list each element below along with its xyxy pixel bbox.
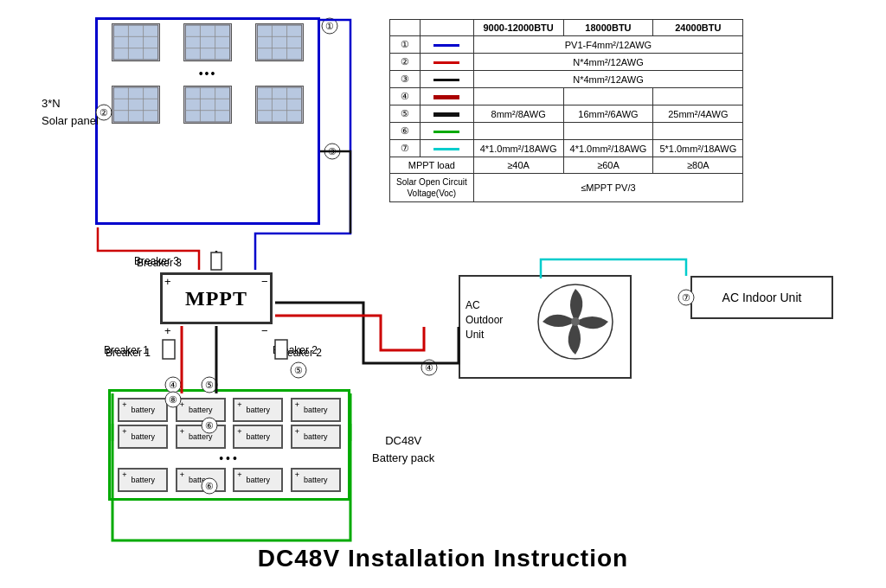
row4-num: ④ (390, 88, 421, 105)
battery-cell-11: battery (233, 468, 283, 492)
row5-18k: 16mm²/6AWG (563, 105, 653, 123)
svg-text:③: ③ (328, 146, 337, 157)
row7-9k: 4*1.0mm²/18AWG (473, 140, 563, 157)
mppt-load-9k: ≥40A (473, 157, 563, 174)
row4-9k (473, 88, 563, 105)
row4-24k (653, 88, 743, 105)
row5-9k: 8mm²/8AWG (473, 105, 563, 123)
solar-panel-3 (255, 23, 304, 61)
svg-point-32 (322, 18, 337, 34)
row6-24k (653, 123, 743, 140)
fan-graphic (536, 283, 614, 361)
row2-wire (420, 54, 473, 71)
mppt-label: MPPT (185, 287, 247, 310)
battery-cell-8: battery (291, 425, 341, 449)
mppt-plus: + (164, 275, 171, 288)
mppt-minus: − (261, 275, 268, 288)
table-header-wire (420, 20, 473, 36)
row7-wire (420, 140, 473, 157)
svg-rect-20 (185, 87, 230, 122)
voc-val: ≤MPPT PV/3 (473, 174, 743, 202)
battery-cell-12: battery (291, 468, 341, 492)
battery-cell-10: battery (176, 468, 226, 492)
row7-24k: 5*1.0mm²/18AWG (653, 140, 743, 157)
battery-cell-7: battery (233, 425, 283, 449)
battery-cell-9: battery (118, 468, 168, 492)
page: { "title": "DC48V Installation Instructi… (0, 0, 886, 588)
svg-point-42 (421, 360, 437, 375)
battery-cell-4: battery (291, 398, 341, 422)
row6-num: ⑥ (390, 123, 421, 140)
solar-panel-label: 3*N Solar panel (42, 95, 99, 129)
svg-rect-15 (113, 87, 158, 122)
row4-wire (420, 88, 473, 105)
ac-indoor-box: AC Indoor Unit (690, 276, 833, 319)
row7-num: ⑦ (390, 140, 421, 157)
row2-num: ② (390, 54, 421, 71)
battery-cell-6: battery (176, 425, 226, 449)
voc-label: Solar Open CircuitVoltage(Voc) (390, 174, 474, 202)
row5-num: ⑤ (390, 105, 421, 123)
mppt-load-18k: ≥60A (563, 157, 653, 174)
table-header-9k: 9000-12000BTU (473, 20, 563, 36)
svg-rect-5 (185, 25, 230, 60)
row1-val: PV1-F4mm²/12AWG (473, 36, 743, 54)
row6-9k (473, 123, 563, 140)
solar-array: ••• (95, 17, 320, 225)
battery-row-2: battery battery battery battery (114, 425, 344, 449)
solar-panel-row-1 (98, 20, 318, 65)
solar-panel-1 (112, 23, 160, 61)
svg-text:⑤: ⑤ (294, 365, 303, 375)
row3-wire (420, 71, 473, 88)
ac-outdoor-label: AC Outdoor Unit (465, 298, 503, 342)
battery-cell-3: battery (233, 398, 283, 422)
svg-text:④: ④ (425, 362, 433, 373)
battery-cell-5: battery (118, 425, 168, 449)
mppt-box: MPPT (160, 272, 273, 324)
row6-18k (563, 123, 653, 140)
svg-point-31 (571, 317, 580, 326)
row4-18k (563, 88, 653, 105)
spec-table: 9000-12000BTU 18000BTU 24000BTU ① PV1-F4… (389, 19, 743, 202)
row5-wire (420, 105, 473, 123)
svg-rect-59 (163, 340, 175, 359)
mppt-load-24k: ≥80A (653, 157, 743, 174)
row1-wire (420, 36, 473, 54)
solar-panel-row-2 (98, 82, 318, 127)
svg-point-36 (324, 144, 340, 159)
svg-text:⑦: ⑦ (682, 292, 690, 303)
ac-indoor-label: AC Indoor Unit (722, 291, 802, 304)
battery-cell-1: battery (118, 398, 168, 422)
table-header-num (390, 20, 421, 36)
svg-rect-58 (211, 252, 222, 270)
battery-cell-2: battery (176, 398, 226, 422)
battery-row-1: battery battery battery battery (114, 398, 344, 422)
mppt-minus2: − (261, 324, 268, 337)
row3-num: ③ (390, 71, 421, 88)
row3-val: N*4mm²/12AWG (473, 71, 743, 88)
battery-pack: battery battery battery battery battery … (108, 389, 350, 501)
row1-num: ① (390, 36, 421, 54)
breaker1-label: Breaker 1 (104, 344, 149, 356)
table-header-18k: 18000BTU (563, 20, 653, 36)
solar-panel-2 (183, 23, 232, 61)
breaker3-label: Breaker 3 (134, 255, 179, 267)
svg-point-44 (291, 362, 306, 378)
main-title: DC48V Installation Instruction (0, 545, 886, 572)
battery-row-3: battery battery battery battery (114, 468, 344, 492)
svg-text:①: ① (325, 21, 334, 31)
row2-val: N*4mm²/12AWG (473, 54, 743, 71)
svg-rect-10 (258, 25, 303, 60)
solar-panel-5 (183, 86, 232, 124)
row7-18k: 4*1.0mm²/18AWG (563, 140, 653, 157)
battery-pack-label: DC48V Battery pack (372, 432, 434, 466)
solar-panel-6 (255, 86, 304, 124)
row6-wire (420, 123, 473, 140)
mppt-load-label: MPPT load (390, 157, 474, 174)
solar-panel-4 (112, 86, 160, 124)
breaker2-label: Breaker 2 (273, 344, 318, 356)
row5-24k: 25mm²/4AWG (653, 105, 743, 123)
svg-rect-25 (258, 87, 303, 122)
svg-rect-0 (113, 25, 158, 60)
mppt-plus2: + (164, 324, 171, 337)
